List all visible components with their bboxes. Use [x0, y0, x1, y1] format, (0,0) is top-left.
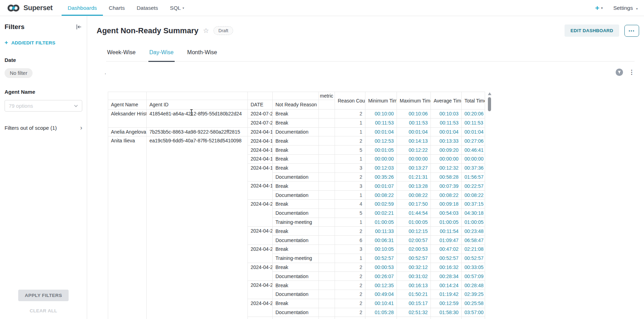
minimum-time-cell: 00:10:05 — [365, 244, 397, 254]
maximum-time-cell: 00:00:00 — [397, 154, 431, 163]
average-time-cell: 01:00:05 — [431, 218, 462, 227]
minimum-time-cell: 00:26:07 — [365, 272, 397, 281]
more-options-button[interactable]: ••• — [624, 25, 639, 37]
tab-month-wise[interactable]: Month-Wise — [186, 47, 218, 61]
metric-spacer-cell — [319, 199, 335, 208]
date-cell: 2024-04-15 — [248, 154, 273, 163]
metric-spacer-cell — [319, 172, 335, 182]
maximum-time-cell: 00:12:15 — [397, 227, 431, 236]
not-ready-reason-cell: Training-meeting — [273, 218, 319, 227]
not-ready-reason-cell: Break — [273, 182, 319, 191]
total-time-cell: 00:25:58 — [462, 299, 485, 308]
pivot-table-body: Aleksander Hristov41854e81-a64a-4212-8f9… — [108, 109, 485, 319]
nav-item-dashboards[interactable]: Dashboards — [62, 0, 103, 16]
average-time-cell: 00:47:02 — [431, 244, 462, 254]
minimum-time-cell: 00:02:59 — [365, 199, 397, 208]
applied-filters-badge[interactable] — [616, 69, 623, 76]
pivot-table: metric Reason Count Minimum Time Maximum… — [108, 92, 485, 319]
chart-kebab-menu-icon[interactable]: ⋮ — [628, 69, 636, 76]
average-time-cell: 00:54:03 — [431, 208, 462, 218]
maximum-time-cell: 02:00:57 — [397, 236, 431, 245]
average-time-cell: 00:12:59 — [431, 299, 462, 308]
total-time-cell: 00:11:53 — [462, 118, 485, 127]
reason-count-cell: 1 — [335, 118, 365, 127]
column-header-reason-count: Reason Count — [335, 92, 365, 109]
total-time-cell: 00:01:04 — [462, 127, 485, 136]
new-item-button[interactable]: + ▾ — [595, 4, 603, 12]
maximum-time-cell: 02:51:32 — [397, 308, 431, 317]
pivot-table-container: metric Reason Count Minimum Time Maximum… — [108, 92, 486, 319]
average-time-cell: 00:16:32 — [431, 263, 462, 272]
scrollbar-thumb[interactable] — [488, 97, 491, 111]
metric-spacer-cell — [319, 182, 335, 191]
not-ready-reason-cell: Break — [273, 118, 319, 127]
row-header-date: DATE — [248, 100, 273, 109]
tab-week-wise[interactable]: Week-Wise — [106, 47, 137, 61]
reason-count-cell: 3 — [335, 182, 365, 191]
total-time-cell: 04:30:18 — [462, 208, 485, 218]
minimum-time-cell: 00:01:04 — [365, 127, 397, 136]
date-cell: 2024-04-16 — [248, 163, 273, 182]
not-ready-reason-cell: Documentation — [273, 290, 319, 299]
maximum-time-cell: 00:31:02 — [397, 272, 431, 281]
clear-all-button[interactable]: CLEAR ALL — [0, 308, 87, 313]
minimum-time-cell: 00:49:04 — [365, 290, 397, 299]
date-filter-value-chip[interactable]: No filter — [5, 68, 33, 78]
agent-name-cell: Aleksander Hristov — [108, 109, 147, 128]
reason-count-cell: 1 — [335, 154, 365, 163]
average-time-cell: 00:11:54 — [431, 227, 462, 236]
filters-out-of-scope-label: Filters out of scope (1) — [5, 125, 57, 131]
minimum-time-cell: 00:12:53 — [365, 136, 397, 146]
total-time-cell: 02:21:08 — [462, 244, 485, 254]
metric-spacer-cell — [319, 263, 335, 272]
minimum-time-cell: 00:10:41 — [365, 299, 397, 308]
not-ready-reason-cell: Break — [273, 154, 319, 163]
reason-count-cell: 2 — [335, 308, 365, 317]
metric-spacer-cell — [319, 136, 335, 146]
average-time-cell: 01:58:30 — [431, 308, 462, 317]
total-time-cell: 00:46:41 — [462, 146, 485, 155]
date-filter-label: Date — [5, 57, 82, 63]
minimum-time-cell: 00:52:57 — [365, 254, 397, 263]
superset-logo[interactable]: Superset — [7, 3, 52, 13]
collapse-sidebar-icon[interactable] — [76, 24, 82, 30]
reason-count-cell: 2 — [335, 290, 365, 299]
add-edit-filters-button[interactable]: + ADD/EDIT FILTERS — [5, 39, 82, 46]
not-ready-reason-cell: Break — [273, 163, 319, 172]
date-cell: 2024-04-29 — [248, 299, 273, 317]
metric-spacer-cell — [319, 254, 335, 263]
minimum-time-cell: 00:35:26 — [365, 172, 397, 182]
average-time-cell: 00:00:00 — [431, 154, 462, 163]
nav-item-sql[interactable]: SQL ▾ — [164, 0, 190, 16]
reason-count-cell: 2 — [335, 109, 365, 119]
date-cell: 2024-07-24 — [248, 109, 273, 119]
add-edit-filters-label: ADD/EDIT FILTERS — [11, 40, 55, 45]
favorite-star-icon[interactable]: ☆ — [203, 27, 209, 35]
metric-spacer-cell — [319, 317, 335, 319]
settings-menu[interactable]: Settings ▾ — [613, 5, 638, 11]
average-time-cell: 00:01:04 — [431, 127, 462, 136]
filter-funnel-icon — [617, 70, 621, 74]
reason-count-cell: 2 — [335, 172, 365, 182]
date-cell: 2024-04-24 — [248, 244, 273, 263]
nav-item-charts[interactable]: Charts — [103, 0, 131, 16]
average-time-cell: 00:10:03 — [431, 109, 462, 119]
nav-item-datasets[interactable]: Datasets — [131, 0, 164, 16]
metric-spacer-cell — [319, 244, 335, 254]
tab-day-wise[interactable]: Day-Wise — [148, 47, 175, 62]
date-cell: 2024-04-22 — [248, 199, 273, 226]
total-time-cell: 01:56:57 — [462, 172, 485, 182]
total-time-cell: 01:00:05 — [462, 218, 485, 227]
minimum-time-cell: 00:08:22 — [365, 191, 397, 200]
date-cell: 2024-04-10 — [248, 127, 273, 136]
apply-filters-button[interactable]: APPLY FILTERS — [18, 290, 69, 301]
reason-count-cell: 6 — [335, 236, 365, 245]
scroll-up-icon[interactable] — [488, 92, 491, 95]
agent-name-select[interactable]: 79 options — [5, 100, 82, 112]
agent-name-cell: Anelia Angelova — [108, 127, 147, 136]
average-time-cell: 00:08:22 — [431, 191, 462, 200]
filters-out-of-scope-toggle[interactable]: Filters out of scope (1) › — [5, 124, 82, 132]
average-time-cell: 00:12:32 — [431, 163, 462, 172]
average-time-cell: 00:13:09 — [431, 317, 462, 319]
edit-dashboard-button[interactable]: EDIT DASHBOARD — [565, 24, 619, 37]
